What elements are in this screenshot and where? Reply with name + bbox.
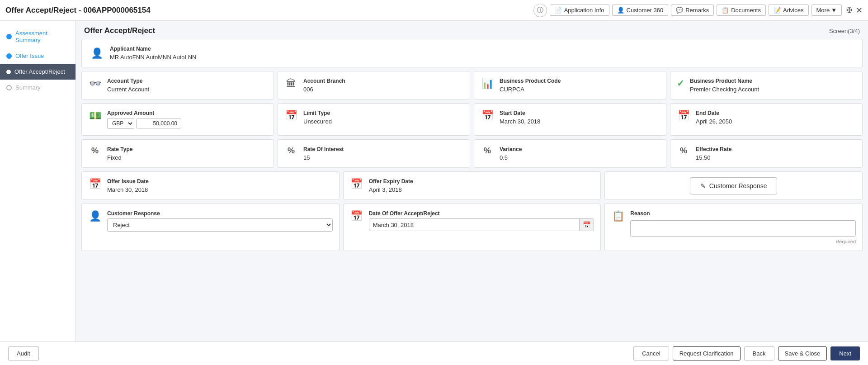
end-date-card: 📅 End Date April 26, 2050 <box>670 103 863 136</box>
applicant-label: Applicant Name <box>110 46 196 52</box>
toolbar: ⓘ 📄 Application Info 👤 Customer 360 💬 Re… <box>533 4 863 17</box>
customer-360-button[interactable]: 👤 Customer 360 <box>612 5 669 16</box>
customer-response-dropdown-label: Customer Response <box>107 210 333 217</box>
reason-label: Reason <box>630 210 856 217</box>
approved-amount-label: Approved Amount <box>107 110 181 116</box>
documents-icon: 📋 <box>722 7 729 14</box>
customer-icon: 👤 <box>88 210 102 222</box>
bottom-bar: Audit Cancel Request Clarification Back … <box>0 341 868 365</box>
sidebar-item-offer-accept-reject[interactable]: Offer Accept/Reject <box>0 64 75 80</box>
info-button[interactable]: ⓘ <box>533 4 547 17</box>
variance-icon: % <box>481 146 494 156</box>
remarks-button[interactable]: 💬 Remarks <box>671 5 714 16</box>
sidebar-dot-active <box>6 70 11 74</box>
rate-of-interest-card: % Rate Of Interest 15 <box>278 139 470 168</box>
branch-icon: 🏛 <box>284 78 298 90</box>
applicant-value: MR AutoFNN AutoMNN AutoLNN <box>110 54 196 61</box>
row-amount-info: 💵 Approved Amount GBP USD EUR <box>81 103 863 136</box>
main-layout: Assessment Summary Offer Issue Offer Acc… <box>0 21 868 365</box>
content-area: Offer Accept/Reject Screen(3/4) 👤 Applic… <box>76 21 868 365</box>
sidebar-item-summary[interactable]: Summary <box>0 80 75 95</box>
date-offer-accept-reject-card: 📅 Date Of Offer Accept/Reject 📅 <box>343 204 601 251</box>
date-offer-icon: 📅 <box>350 210 363 222</box>
request-clarification-button[interactable]: Request Clarification <box>673 346 741 360</box>
advices-icon: 📝 <box>774 7 781 14</box>
rate-of-interest-value: 15 <box>303 154 344 161</box>
row-account-info: 👓 Account Type Current Account 🏛 Account… <box>81 71 863 100</box>
rate-type-card: % Rate Type Fixed <box>81 139 274 168</box>
customer-response-button[interactable]: ✎ Customer Response <box>690 177 778 194</box>
limit-type-label: Limit Type <box>303 110 332 116</box>
reason-icon: 📋 <box>611 210 625 222</box>
reason-input[interactable] <box>630 220 856 237</box>
date-offer-accept-input[interactable] <box>369 219 580 231</box>
required-text: Required <box>630 239 856 244</box>
sidebar: Assessment Summary Offer Issue Offer Acc… <box>0 21 76 365</box>
approved-amount-card: 💵 Approved Amount GBP USD EUR <box>81 103 274 136</box>
sidebar-dot <box>6 53 12 59</box>
customer-response-dropdown-card: 👤 Customer Response Reject Accept <box>81 204 340 251</box>
variance-label: Variance <box>500 146 522 152</box>
calendar-button[interactable]: 📅 <box>579 219 594 231</box>
resize-icon[interactable]: ✠ <box>846 6 852 14</box>
page-title: Offer Accept/Reject - 006APP000065154 <box>5 6 151 15</box>
offer-expiry-icon: 📅 <box>350 178 363 190</box>
back-button[interactable]: Back <box>744 346 774 360</box>
variance-value: 0.5 <box>500 154 522 161</box>
business-product-name-card: ✓ Business Product Name Premier Checking… <box>670 71 863 100</box>
more-button[interactable]: More ▼ <box>811 5 842 16</box>
limit-icon: 📅 <box>284 110 298 122</box>
offer-expiry-date-card: 📅 Offer Expiry Date April 3, 2018 <box>343 171 601 200</box>
offer-issue-icon: 📅 <box>88 178 102 190</box>
edit-icon: ✎ <box>700 182 706 190</box>
account-branch-value: 006 <box>303 86 345 93</box>
business-product-code-value: CURPCA <box>500 86 561 93</box>
application-info-button[interactable]: 📄 Application Info <box>550 5 609 16</box>
reason-card: 📋 Reason Required <box>604 204 863 251</box>
title-bar: Offer Accept/Reject - 006APP000065154 ⓘ … <box>0 0 868 21</box>
account-branch-label: Account Branch <box>303 78 345 84</box>
customer-response-btn-card: ✎ Customer Response <box>604 171 863 200</box>
cancel-button[interactable]: Cancel <box>633 346 669 360</box>
offer-expiry-date-label: Offer Expiry Date <box>369 178 413 185</box>
bottom-right: Cancel Request Clarification Back Save &… <box>633 346 860 360</box>
screen-indicator: Screen(3/4) <box>829 28 860 34</box>
customer-response-select[interactable]: Reject Accept <box>108 219 332 231</box>
account-type-icon: 👓 <box>88 78 102 90</box>
limit-type-value: Unsecured <box>303 118 332 125</box>
start-date-value: March 30, 2018 <box>500 118 540 125</box>
date-offer-accept-label: Date Of Offer Accept/Reject <box>369 210 594 217</box>
customer-360-icon: 👤 <box>617 7 624 14</box>
sidebar-item-offer-issue[interactable]: Offer Issue <box>0 48 75 64</box>
bottom-left: Audit <box>8 346 39 360</box>
save-close-button[interactable]: Save & Close <box>778 346 827 360</box>
rate-type-value: Fixed <box>107 154 132 161</box>
currency-select[interactable]: GBP USD EUR <box>107 118 134 129</box>
documents-button[interactable]: 📋 Documents <box>717 5 766 16</box>
check-icon: ✓ <box>677 78 684 89</box>
application-info-icon: 📄 <box>555 7 562 14</box>
row-rate-info: % Rate Type Fixed % Rate Of Interest 15 … <box>81 139 863 168</box>
rate-icon: % <box>284 146 298 156</box>
cards-container: 👤 Applicant Name MR AutoFNN AutoMNN Auto… <box>76 39 868 259</box>
next-button[interactable]: Next <box>830 346 860 360</box>
close-icon[interactable]: ✕ <box>856 5 863 15</box>
amount-input[interactable] <box>136 119 181 128</box>
rate-type-label: Rate Type <box>107 146 132 152</box>
business-product-code-label: Business Product Code <box>500 78 561 84</box>
date-input-wrapper: 📅 <box>369 218 594 231</box>
business-product-name-value: Premier Checking Account <box>690 86 759 93</box>
business-product-name-label: Business Product Name <box>690 78 759 84</box>
sidebar-item-assessment-summary[interactable]: Assessment Summary <box>0 25 75 48</box>
person-icon: 👤 <box>90 47 104 59</box>
row-offer-dates: 📅 Offer Issue Date March 30, 2018 📅 Offe… <box>81 171 863 200</box>
account-type-label: Account Type <box>107 78 149 84</box>
effective-rate-value: 15.50 <box>696 154 731 161</box>
end-date-label: End Date <box>696 110 732 116</box>
percent-icon: % <box>88 146 102 156</box>
advices-button[interactable]: 📝 Advices <box>769 5 809 16</box>
effective-rate-icon: % <box>677 146 690 156</box>
limit-type-card: 📅 Limit Type Unsecured <box>278 103 470 136</box>
offer-issue-date-value: March 30, 2018 <box>107 186 149 193</box>
audit-button[interactable]: Audit <box>8 346 39 360</box>
